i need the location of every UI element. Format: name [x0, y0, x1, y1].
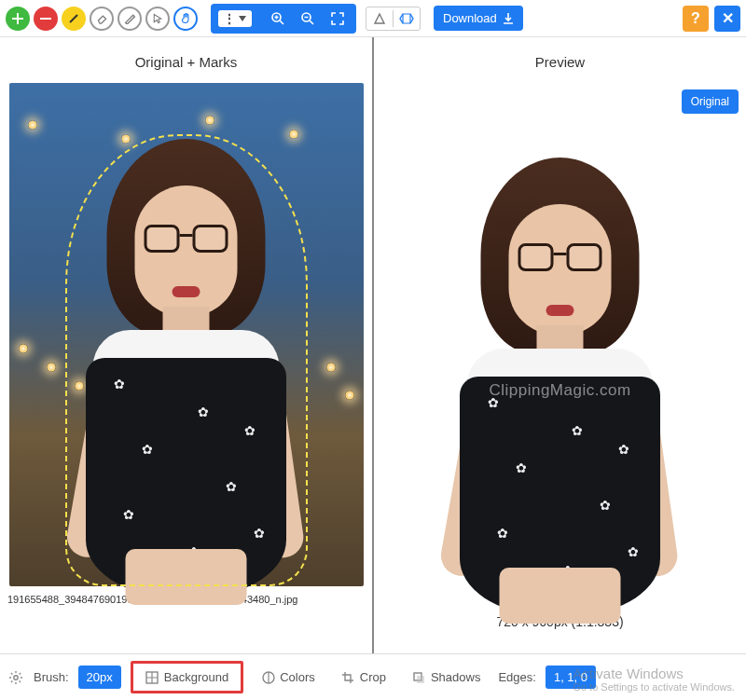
brush-label: Brush:: [34, 670, 69, 684]
shadows-label: Shadows: [431, 670, 480, 684]
background-icon: [145, 670, 159, 684]
zoom-fit-button[interactable]: [326, 7, 349, 30]
background-label: Background: [164, 670, 228, 684]
svg-point-3: [14, 675, 18, 679]
edges-label: Edges:: [498, 670, 535, 684]
preview-title: Preview: [535, 54, 585, 70]
edges-value: 1, 1, 0: [554, 670, 587, 684]
background-highlight: Background: [131, 661, 243, 693]
hand-tool[interactable]: [173, 7, 198, 31]
scalpel-tool[interactable]: [117, 7, 142, 31]
eraser-icon: [96, 12, 108, 24]
top-toolbar: ⋮ Download ? ✕: [0, 0, 746, 37]
compare-a-button[interactable]: [370, 9, 389, 28]
help-label: ?: [691, 10, 700, 27]
compare-group: [366, 7, 421, 31]
original-title: Original + Marks: [135, 54, 238, 70]
crop-icon: [341, 670, 355, 684]
preview-pane: Preview Original ✿✿ ✿✿ ✿✿ ✿✿: [374, 37, 746, 653]
hair-tool[interactable]: [62, 7, 86, 31]
bottom-toolbar: Brush: 20px Background Colors Crop Shado…: [0, 653, 746, 700]
colors-icon: [261, 670, 275, 684]
zoom-out-icon: [300, 11, 315, 26]
original-canvas[interactable]: ✿✿ ✿✿ ✿✿ ✿✿: [9, 83, 364, 586]
scene-light: [19, 344, 28, 353]
zoom-group: ⋮: [211, 4, 356, 34]
slash-icon: [68, 13, 79, 24]
scene-light: [289, 130, 298, 139]
triangle-icon: [373, 12, 386, 25]
compare-b-button[interactable]: [397, 9, 416, 28]
gear-icon: [8, 670, 23, 685]
brush-size-button[interactable]: 20px: [78, 666, 121, 689]
add-mark-tool[interactable]: [6, 7, 30, 31]
scene-light: [205, 116, 214, 125]
pointer-tool[interactable]: [145, 7, 170, 31]
original-pane: Original + Marks: [0, 37, 374, 653]
crop-button[interactable]: Crop: [333, 666, 394, 689]
main-area: Original + Marks: [0, 37, 746, 653]
windows-activation-sub: Go to Settings to activate Windows.: [573, 681, 735, 693]
download-button[interactable]: Download: [434, 6, 523, 31]
scene-light: [47, 363, 56, 372]
settings-button[interactable]: [7, 669, 24, 686]
plus-icon: [12, 13, 23, 24]
zoom-out-button[interactable]: [297, 7, 319, 30]
svg-rect-0: [40, 18, 51, 20]
pointer-icon: [152, 13, 163, 24]
fit-icon: [330, 11, 345, 26]
colors-label: Colors: [280, 670, 315, 684]
crop-label: Crop: [360, 670, 386, 684]
shadows-button[interactable]: Shadows: [404, 666, 489, 689]
subject-person-cutout: ✿✿ ✿✿ ✿✿ ✿✿: [446, 158, 674, 605]
download-label: Download: [443, 11, 497, 25]
zoom-in-button[interactable]: [267, 7, 289, 30]
hand-icon: [180, 12, 192, 24]
eraser-tool[interactable]: [90, 7, 114, 31]
close-icon: ✕: [722, 9, 734, 27]
remove-mark-tool[interactable]: [34, 7, 58, 31]
zoom-in-icon: [270, 11, 285, 26]
colors-button[interactable]: Colors: [253, 666, 324, 689]
right-toolbar: ? ✕: [683, 6, 740, 32]
chevron-down-icon: [239, 16, 246, 21]
background-button[interactable]: Background: [137, 666, 237, 689]
brush-size-value: 20px: [87, 670, 113, 684]
shadows-icon: [412, 670, 426, 684]
scene-light: [28, 120, 37, 130]
minus-icon: [40, 13, 51, 24]
zoom-dropdown[interactable]: ⋮: [218, 10, 252, 27]
compare-icon: [399, 12, 414, 25]
svg-rect-7: [417, 676, 424, 683]
help-button[interactable]: ?: [683, 6, 709, 32]
close-button[interactable]: ✕: [714, 6, 740, 32]
windows-activation-title: Activate Windows: [573, 666, 735, 681]
scene-light: [345, 391, 354, 400]
scalpel-icon: [124, 12, 136, 24]
download-icon: [503, 13, 514, 24]
subject-person: ✿✿ ✿✿ ✿✿ ✿✿: [72, 139, 300, 586]
windows-activation-overlay: Activate Windows Go to Settings to activ…: [573, 666, 735, 693]
edges-button[interactable]: 1, 1, 0: [546, 666, 596, 689]
preview-canvas[interactable]: ✿✿ ✿✿ ✿✿ ✿✿ ClippingMagic.com: [383, 102, 738, 605]
scene-light: [326, 363, 336, 372]
